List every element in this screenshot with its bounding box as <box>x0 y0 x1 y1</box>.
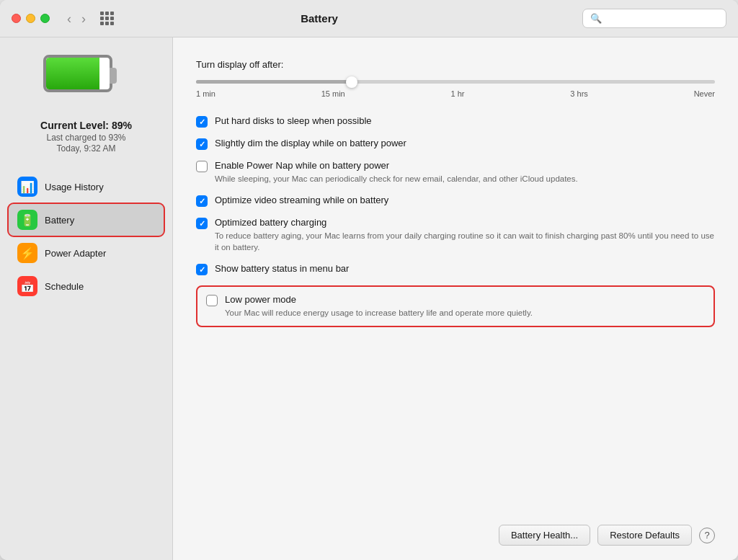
search-bar[interactable]: 🔍 <box>582 9 726 28</box>
checkbox-item-low-power[interactable]: Low power mode Your Mac will reduce ener… <box>196 285 715 327</box>
restore-defaults-button[interactable]: Restore Defaults <box>597 525 692 546</box>
checkbox-label-power-nap: Enable Power Nap while on battery power <box>215 160 715 171</box>
battery-time: Today, 9:32 AM <box>40 143 132 154</box>
slider-label-1min: 1 min <box>196 89 215 98</box>
checkbox-item-menu-bar[interactable]: Show battery status in menu bar <box>196 263 715 275</box>
sidebar-item-label: Schedule <box>45 281 84 292</box>
checkbox-desc-low-power: Your Mac will reduce energy usage to inc… <box>225 307 705 319</box>
bottom-actions: Battery Health... Restore Defaults ? <box>196 510 715 546</box>
slider-container[interactable]: 1 min 15 min 1 hr 3 hrs Never <box>196 80 715 98</box>
battery-icon: 🔋 <box>17 210 37 230</box>
checkbox-label-optimized-charging: Optimized battery charging <box>215 217 715 228</box>
titlebar: ‹ › Battery 🔍 <box>0 0 738 37</box>
checkbox-label-dim-display: Slightly dim the display while on batter… <box>215 138 715 148</box>
maximize-button[interactable] <box>40 14 50 23</box>
checkbox-label-low-power: Low power mode <box>225 294 705 305</box>
battery-body <box>43 55 112 92</box>
sidebar-item-label: Power Adapter <box>45 248 106 259</box>
battery-icon-container <box>43 55 130 105</box>
slider-labels: 1 min 15 min 1 hr 3 hrs Never <box>196 89 715 98</box>
slider-label-3hrs: 3 hrs <box>570 89 587 98</box>
checkbox-item-optimized-charging[interactable]: Optimized battery charging To reduce bat… <box>196 217 715 253</box>
checkbox-content-power-nap: Enable Power Nap while on battery power … <box>215 160 715 185</box>
checkbox-label-video-streaming: Optimize video streaming while on batter… <box>215 195 715 205</box>
battery-charged: Last charged to 93% <box>40 133 132 143</box>
battery-info: Current Level: 89% Last charged to 93% T… <box>40 120 132 154</box>
sidebar-item-label: Battery <box>45 215 74 226</box>
checkbox-item-power-nap[interactable]: Enable Power Nap while on battery power … <box>196 160 715 185</box>
slider-label-1hr: 1 hr <box>451 89 465 98</box>
checkbox-label-menu-bar: Show battery status in menu bar <box>215 263 715 274</box>
checkbox-low-power[interactable] <box>206 295 218 306</box>
sidebar-nav: 📊 Usage History 🔋 Battery ⚡ Power Adapte… <box>0 171 172 303</box>
checkbox-hard-disks[interactable] <box>196 116 208 128</box>
checkbox-power-nap[interactable] <box>196 161 208 172</box>
usage-history-icon: 📊 <box>17 177 37 197</box>
sidebar-item-battery[interactable]: 🔋 Battery <box>9 204 164 236</box>
slider-label-15min: 15 min <box>321 89 345 98</box>
power-adapter-icon: ⚡ <box>17 243 37 263</box>
display-off-label: Turn display off after: <box>196 59 715 70</box>
checkbox-content-hard-disks: Put hard disks to sleep when possible <box>215 115 715 126</box>
help-button[interactable]: ? <box>699 528 715 543</box>
checkbox-content-dim-display: Slightly dim the display while on batter… <box>215 138 715 148</box>
checkbox-label-hard-disks: Put hard disks to sleep when possible <box>215 115 715 126</box>
sidebar: Current Level: 89% Last charged to 93% T… <box>0 37 173 560</box>
battery-health-button[interactable]: Battery Health... <box>499 525 590 546</box>
search-icon: 🔍 <box>590 13 602 24</box>
system-preferences-window: ‹ › Battery 🔍 <box>0 0 738 560</box>
main-content: Current Level: 89% Last charged to 93% T… <box>0 37 738 560</box>
slider-track <box>196 80 715 84</box>
page-title: Battery <box>65 12 574 25</box>
checkbox-desc-power-nap: While sleeping, your Mac can periodicall… <box>215 173 715 185</box>
sidebar-item-power-adapter[interactable]: ⚡ Power Adapter <box>9 237 164 269</box>
checkbox-item-video-streaming[interactable]: Optimize video streaming while on batter… <box>196 195 715 207</box>
close-button[interactable] <box>12 14 21 23</box>
checkbox-item-hard-disks[interactable]: Put hard disks to sleep when possible <box>196 115 715 128</box>
minimize-button[interactable] <box>26 14 35 23</box>
checkbox-content-optimized-charging: Optimized battery charging To reduce bat… <box>215 217 715 253</box>
checkbox-content-video-streaming: Optimize video streaming while on batter… <box>215 195 715 205</box>
checkbox-menu-bar[interactable] <box>196 264 208 275</box>
checkbox-content-low-power: Low power mode Your Mac will reduce ener… <box>225 294 705 319</box>
slider-fill <box>196 80 352 84</box>
checkbox-optimized-charging[interactable] <box>196 218 208 229</box>
checkbox-item-dim-display[interactable]: Slightly dim the display while on batter… <box>196 138 715 150</box>
content-area: Turn display off after: 1 min 15 min 1 h… <box>173 37 738 560</box>
battery-fill <box>46 58 100 89</box>
checkbox-video-streaming[interactable] <box>196 195 208 207</box>
battery-connector-tip <box>110 68 117 84</box>
checkbox-desc-optimized-charging: To reduce battery aging, your Mac learns… <box>215 230 715 253</box>
checkbox-content-menu-bar: Show battery status in menu bar <box>215 263 715 274</box>
checkbox-dim-display[interactable] <box>196 138 208 150</box>
traffic-lights <box>12 14 50 23</box>
search-input[interactable] <box>606 13 719 24</box>
sidebar-item-usage-history[interactable]: 📊 Usage History <box>9 171 164 203</box>
schedule-icon: 📅 <box>17 276 37 296</box>
slider-label-never: Never <box>694 89 715 98</box>
sidebar-item-schedule[interactable]: 📅 Schedule <box>9 270 164 302</box>
battery-level: Current Level: 89% <box>40 120 132 131</box>
slider-thumb[interactable] <box>346 76 357 88</box>
sidebar-item-label: Usage History <box>45 182 104 192</box>
